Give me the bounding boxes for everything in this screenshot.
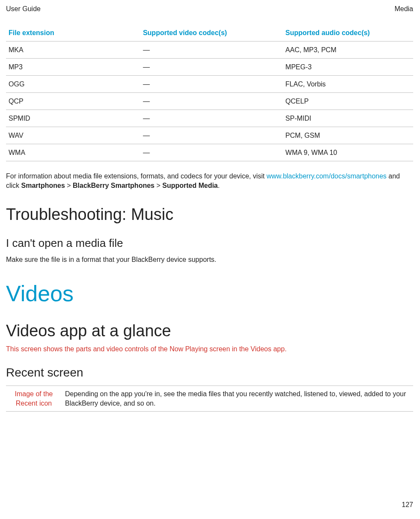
videos-glance-heading: Videos app at a glance xyxy=(6,322,413,340)
cell-audio: PCM, GSM xyxy=(283,127,413,144)
info-paragraph: For information about media file extensi… xyxy=(6,172,413,190)
cell-ext: MKA xyxy=(6,42,140,59)
info-b1: Smartphones xyxy=(21,182,65,189)
table-row: MP3—MPEG-3 xyxy=(6,59,413,76)
info-sep2: > xyxy=(154,182,162,189)
cell-video: — xyxy=(140,76,283,93)
videos-glance-note: This screen shows the parts and video co… xyxy=(6,345,413,353)
recent-text: Depending on the app you're in, see the … xyxy=(62,386,413,412)
page-number: 127 xyxy=(402,501,413,509)
header-left: User Guide xyxy=(6,5,41,13)
codecs-header-video: Supported video codec(s) xyxy=(140,25,283,42)
codecs-header-ext: File extension xyxy=(6,25,140,42)
cell-video: — xyxy=(140,110,283,127)
info-period: . xyxy=(218,182,219,189)
table-row: WMA—WMA 9, WMA 10 xyxy=(6,144,413,161)
cell-video: — xyxy=(140,93,283,110)
info-sep1: > xyxy=(65,182,73,189)
codecs-table: File extension Supported video codec(s) … xyxy=(6,25,413,161)
cell-ext: OGG xyxy=(6,76,140,93)
troubleshooting-title: Troubleshooting: Music xyxy=(6,205,413,224)
cell-video: — xyxy=(140,127,283,144)
cell-audio: QCELP xyxy=(283,93,413,110)
info-pre: For information about media file extensi… xyxy=(6,172,266,180)
cell-video: — xyxy=(140,59,283,76)
cell-ext: SPMID xyxy=(6,110,140,127)
cell-audio: AAC, MP3, PCM xyxy=(283,42,413,59)
cell-video: — xyxy=(140,144,283,161)
cell-video: — xyxy=(140,42,283,59)
info-link[interactable]: www.blackberry.com/docs/smartphones xyxy=(266,172,387,180)
cell-ext: QCP xyxy=(6,93,140,110)
cell-ext: WMA xyxy=(6,144,140,161)
videos-heading: Videos xyxy=(6,281,413,306)
cell-ext: WAV xyxy=(6,127,140,144)
recent-table: Image of the Recent icon Depending on th… xyxy=(6,386,413,412)
cell-audio: SP-MIDI xyxy=(283,110,413,127)
table-row: QCP—QCELP xyxy=(6,93,413,110)
table-row: OGG—FLAC, Vorbis xyxy=(6,76,413,93)
recent-heading: Recent screen xyxy=(6,366,413,380)
troubleshooting-subhead: I can't open a media file xyxy=(6,237,413,250)
header-right: Media xyxy=(394,5,413,13)
cell-audio: FLAC, Vorbis xyxy=(283,76,413,93)
info-b2: BlackBerry Smartphones xyxy=(73,182,154,189)
table-row: SPMID—SP-MIDI xyxy=(6,110,413,127)
cell-ext: MP3 xyxy=(6,59,140,76)
cell-audio: WMA 9, WMA 10 xyxy=(283,144,413,161)
troubleshooting-body: Make sure the file is in a format that y… xyxy=(6,256,413,264)
recent-icon-cell: Image of the Recent icon xyxy=(6,386,62,412)
page-header: User Guide Media xyxy=(6,5,413,13)
codecs-header-audio: Supported audio codec(s) xyxy=(283,25,413,42)
table-row: WAV—PCM, GSM xyxy=(6,127,413,144)
info-b3: Supported Media xyxy=(162,182,218,189)
cell-audio: MPEG-3 xyxy=(283,59,413,76)
table-row: MKA—AAC, MP3, PCM xyxy=(6,42,413,59)
